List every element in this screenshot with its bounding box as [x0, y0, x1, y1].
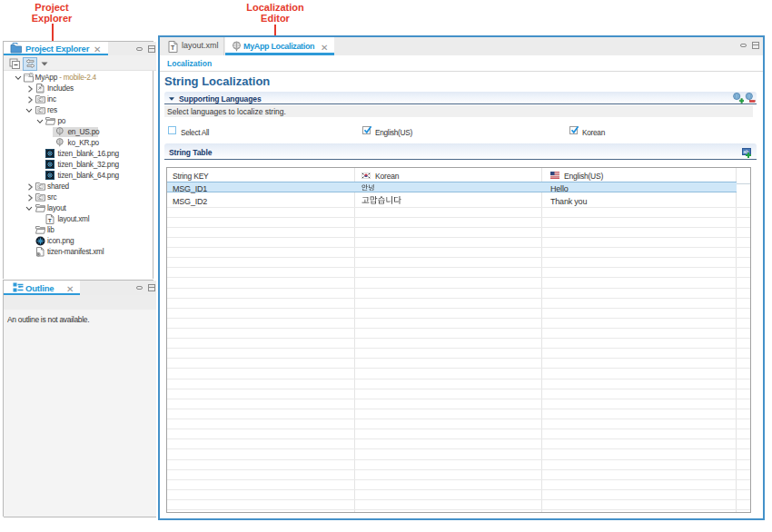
svg-text:T: T — [171, 44, 175, 51]
svg-text:T: T — [48, 217, 52, 222]
